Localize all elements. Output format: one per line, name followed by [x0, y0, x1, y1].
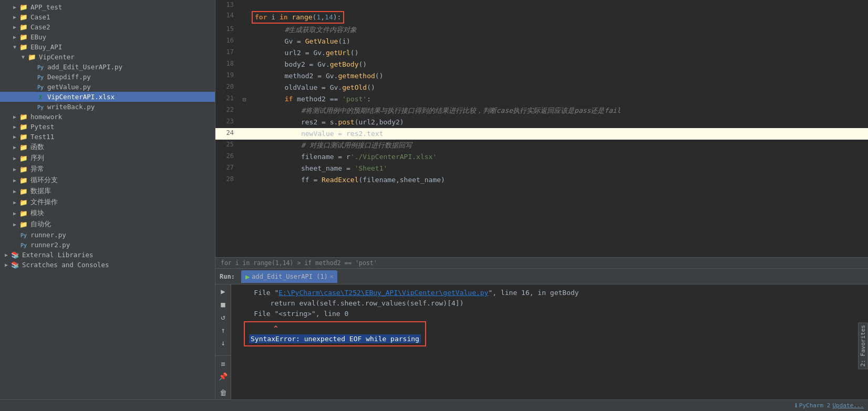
indent-spacer [0, 3, 11, 11]
sidebar-item-----[interactable]: ▶📁文件操作 [0, 197, 215, 208]
file-link[interactable]: E:\PyCharm\case\T252\EBuy_API\VipCenter\… [278, 289, 488, 297]
indent-spacer [0, 83, 27, 91]
expand-arrow[interactable]: ▶ [11, 166, 19, 172]
expand-arrow[interactable]: ▶ [11, 4, 19, 10]
expand-arrow[interactable]: ▶ [2, 252, 11, 258]
python-file-icon: Py [36, 63, 45, 71]
expand-arrow[interactable]: ▶ [11, 144, 19, 150]
line-gutter [239, 70, 250, 82]
line-content: if method2 == 'post': [250, 93, 868, 105]
code-line-19: 19 method2 = Gv.getmethod() [215, 70, 868, 82]
line-number: 20 [215, 82, 239, 93]
indent-spacer [0, 63, 27, 71]
line-number: 21 [215, 93, 239, 105]
expand-arrow[interactable]: ▶ [11, 124, 19, 130]
sidebar-item-add-Edit-UserAPI-py[interactable]: Pyadd_Edit_UserAPI.py [0, 62, 215, 72]
code-editor[interactable]: 1314for i in range(1,14):15 #生成获取文件内容对象1… [215, 0, 868, 257]
line-number: 16 [215, 36, 239, 47]
expand-arrow[interactable]: ▶ [11, 34, 19, 40]
sidebar-item-VipCenter[interactable]: ▼📁VipCenter [0, 52, 215, 62]
expand-arrow[interactable]: ▶ [11, 188, 19, 194]
indent-spacer [0, 187, 11, 195]
python-file-icon: Py [36, 83, 45, 91]
rerun-button[interactable]: ↺ [218, 312, 229, 322]
sidebar-item-runner-py[interactable]: Pyrunner.py [0, 230, 215, 240]
indent-spacer [0, 113, 11, 121]
sidebar-item-Case1[interactable]: ▶📁Case1 [0, 12, 215, 22]
sidebar-item-Deepdiff-py[interactable]: PyDeepdiff.py [0, 72, 215, 82]
indent-spacer [0, 165, 11, 173]
indent-spacer [0, 103, 27, 111]
sidebar-item---[interactable]: ▶📁函数 [0, 142, 215, 153]
folder-icon: 📁 [19, 209, 28, 217]
expand-arrow[interactable]: ▶ [11, 155, 19, 161]
expand-arrow[interactable]: ▶ [11, 14, 19, 20]
expand-arrow[interactable]: ▼ [11, 44, 19, 50]
line-number: 17 [215, 47, 239, 59]
run-label: Run: [220, 273, 235, 280]
update-link[interactable]: Update... [832, 402, 864, 409]
favorites-tab[interactable]: 2: Favorites [858, 322, 868, 369]
code-line-18: 18 body2 = Gv.getBody() [215, 59, 868, 70]
run-button[interactable]: ▶ [218, 287, 229, 297]
stop-button[interactable]: ■ [218, 300, 229, 310]
sidebar-item----[interactable]: ▶📁数据库 [0, 186, 215, 197]
sidebar-item---[interactable]: ▶📁序列 [0, 153, 215, 164]
line-content: newValue = res2.text [250, 128, 868, 140]
indent-spacer [0, 13, 11, 21]
breadcrumb-bar: for i in range(1,14) > if method2 == 'po… [215, 257, 868, 268]
sidebar-item-getValue-py[interactable]: PygetValue.py [0, 82, 215, 92]
expand-arrow[interactable]: ▶ [11, 222, 19, 227]
sidebar-item-VipCenterAPI-xlsx[interactable]: XVipCenterAPI.xlsx [0, 92, 215, 102]
line-content: res2 = s.post(url2,body2) [250, 117, 868, 128]
folder-icon: 📁 [19, 198, 28, 206]
sidebar-item-Test11[interactable]: ▶📁Test11 [0, 132, 215, 142]
sidebar-item-External-Libraries[interactable]: ▶📚External Libraries [0, 250, 215, 260]
sidebar-item-homework[interactable]: ▶📁homework [0, 112, 215, 122]
sidebar-item-----[interactable]: ▶📁循环分支 [0, 175, 215, 186]
line-content: ff = ReadExcel(filename,sheet_name) [250, 174, 868, 186]
sidebar-item---[interactable]: ▶📁模块 [0, 208, 215, 219]
folder-icon: 📁 [19, 143, 28, 151]
close-tab-button[interactable]: ✕ [330, 273, 334, 280]
code-line-20: 20 oldValue = Gv.getOld() [215, 82, 868, 93]
line-gutter: ⊡ [239, 93, 250, 105]
sidebar-item-Scratches-and-Consoles[interactable]: ▶📚Scratches and Consoles [0, 260, 215, 270]
expand-arrow[interactable]: ▶ [11, 134, 19, 140]
sidebar-item-EBuy[interactable]: ▶📁EBuy [0, 32, 215, 42]
folder-icon: 📁 [19, 220, 28, 228]
sidebar-item-label: APP_test [30, 3, 62, 11]
pin-button[interactable]: 📌 [218, 372, 229, 382]
sidebar-item---[interactable]: ▶📁异常 [0, 164, 215, 175]
expand-arrow[interactable]: ▶ [11, 199, 19, 205]
sidebar-item-EBuy-API[interactable]: ▼📁EBuy_API [0, 42, 215, 52]
scroll-up-button[interactable]: ↑ [218, 325, 229, 335]
expand-arrow[interactable]: ▶ [2, 262, 11, 268]
sidebar-item-label: getValue.py [47, 83, 91, 91]
status-bar: ℹ PyCharm 2 Update... [0, 399, 868, 411]
expand-arrow[interactable]: ▶ [11, 24, 19, 30]
run-tab[interactable]: ▶ add_Edit_UserAPI (1) ✕ [241, 270, 338, 283]
settings-button[interactable]: ≡ [218, 359, 229, 369]
expand-arrow[interactable]: ▼ [19, 54, 27, 60]
delete-button[interactable]: 🗑 [218, 388, 229, 398]
indent-spacer [0, 209, 11, 217]
sidebar-item-runner2-py[interactable]: Pyrunner2.py [0, 240, 215, 250]
sidebar-item-label: 自动化 [30, 220, 51, 229]
sidebar-item-label: External Libraries [22, 251, 93, 259]
line-content: sheet_name = 'Sheet1' [250, 163, 868, 174]
expand-arrow[interactable]: ▶ [11, 177, 19, 183]
sidebar-item-Pytest[interactable]: ▶📁Pytest [0, 122, 215, 132]
sidebar-item-Case2[interactable]: ▶📁Case2 [0, 22, 215, 32]
line-gutter [239, 117, 250, 128]
indent-spacer [0, 23, 11, 31]
sidebar-item-writeBack-py[interactable]: PywriteBack.py [0, 102, 215, 112]
folder-icon: 📁 [19, 113, 28, 121]
scroll-down-button[interactable]: ↓ [218, 338, 229, 348]
sidebar-item-APP-test[interactable]: ▶📁APP_test [0, 2, 215, 12]
folder-icon: 📁 [19, 176, 28, 184]
line-number: 25 [215, 140, 239, 151]
expand-arrow[interactable]: ▶ [11, 114, 19, 120]
sidebar-item----[interactable]: ▶📁自动化 [0, 219, 215, 230]
expand-arrow[interactable]: ▶ [11, 210, 19, 216]
